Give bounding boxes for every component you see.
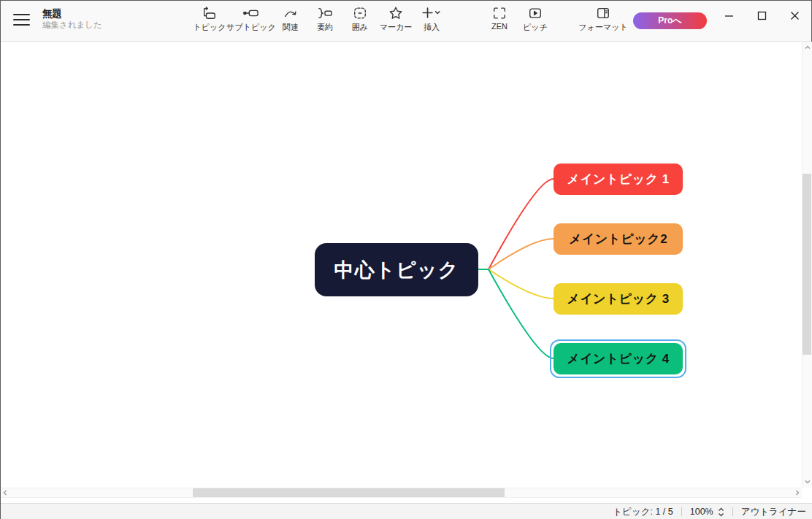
scroll-up-icon[interactable] [803,43,812,52]
status-divider [681,507,682,516]
toolbar-button-marker[interactable]: マーカー [375,6,416,36]
central-topic-node[interactable]: 中心トピック [315,243,478,296]
zen-brackets-icon [491,6,508,20]
toolbar-button-boundary[interactable]: 囲み [340,6,380,36]
toolbar-label: マーカー [380,22,413,33]
branch-topic-2 [478,239,554,269]
main-topic-node-1[interactable]: メイントピック 1 [554,164,683,195]
main-topic-node-3[interactable]: メイントピック 3 [554,283,683,315]
main-topic-node-4[interactable]: メイントピック 4 [554,343,683,374]
status-divider [732,507,733,516]
toolbar-label: サブトピック [226,22,276,33]
toolbar-label: トピック [193,22,226,33]
summary-icon [316,6,334,20]
horizontal-scrollbar[interactable] [1,488,802,498]
scroll-down-icon[interactable] [803,477,812,486]
scroll-right-icon[interactable] [793,488,802,497]
pro-upgrade-button[interactable]: Proへ [633,12,707,29]
format-panel-icon [595,6,611,20]
toolbar-label: ZEN [491,22,508,31]
horizontal-scrollbar-thumb[interactable] [193,488,505,497]
boundary-icon [352,6,368,20]
maximize-button[interactable] [746,1,778,30]
toolbar-label: 関連 [283,22,299,33]
scroll-left-icon[interactable] [1,488,9,497]
save-status: 編集されました [42,20,102,31]
topic-icon [202,6,218,20]
toolbar-label: 挿入 [424,22,440,33]
pitch-play-icon [527,6,543,20]
zoom-level: 100% [690,507,713,517]
document-title: 無題 [42,7,102,20]
document-title-block[interactable]: 無題 編集されました [42,7,102,31]
status-bar: トピック: 1 / 5 100% アウトライナー [1,503,812,519]
mindmap-canvas[interactable]: 中心トピック メイントピック 1 メイントピック2 メイントピック 3 メイント… [1,42,812,503]
zoom-stepper-icon[interactable] [718,507,724,517]
insert-plus-icon [421,6,442,20]
hamburger-menu-icon[interactable] [13,14,30,27]
marker-star-icon [388,6,404,20]
toolbar-label: フォーマット [578,22,627,33]
vertical-scrollbar-thumb[interactable] [803,174,811,355]
vertical-scrollbar[interactable] [802,42,812,488]
toolbar-button-subtopic[interactable]: サブトピック [231,6,272,36]
zoom-control[interactable]: 100% [690,507,724,517]
main-topic-node-2[interactable]: メイントピック2 [554,223,683,255]
branch-topic-4 [478,269,554,358]
close-button[interactable] [778,1,811,30]
branch-topic-3 [478,269,554,299]
toolbar-button-topic[interactable]: トピック [189,6,230,36]
toolbar: 無題 編集されました トピック サブトピック 関連 要約 [1,1,811,42]
subtopic-icon [242,6,260,20]
toolbar-label: 囲み [352,22,368,33]
toolbar-button-format[interactable]: フォーマット [583,6,624,36]
toolbar-button-zen[interactable]: ZEN [479,6,520,36]
relation-icon [283,6,299,20]
toolbar-label: 要約 [317,22,333,33]
toolbar-label: ピッチ [523,22,548,33]
window-controls [713,1,811,31]
minimize-button[interactable] [713,1,746,30]
branch-topic-1 [478,179,554,269]
topic-count: トピック: 1 / 5 [613,506,673,518]
outliner-button[interactable]: アウトライナー [741,506,806,518]
toolbar-button-pitch[interactable]: ピッチ [515,6,556,36]
app-window: 無題 編集されました トピック サブトピック 関連 要約 [0,0,812,519]
toolbar-button-insert[interactable]: 挿入 [411,6,452,36]
